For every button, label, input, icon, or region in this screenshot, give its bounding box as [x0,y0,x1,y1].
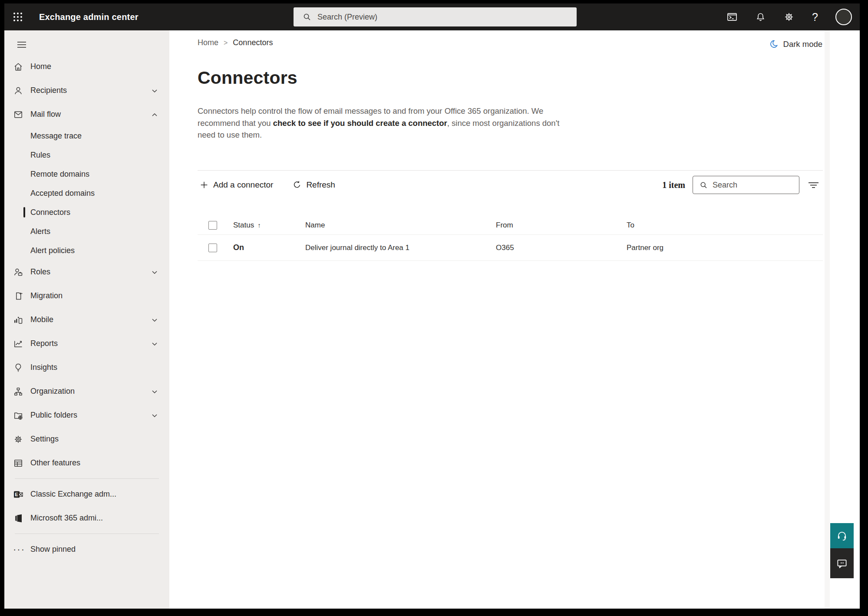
sidebar-item-label: Organization [30,387,150,396]
chevron-down-icon [150,387,159,396]
sidebar-item-label: Mail flow [30,110,150,119]
sidebar-item-label: Alert policies [30,246,169,255]
connector-to: Partner org [627,244,823,252]
breadcrumb-separator: > [224,39,228,47]
sidebar-item-label: Other features [30,458,159,468]
ellipsis-icon: ··· [13,547,23,552]
refresh-label: Refresh [306,180,335,190]
app-launcher-icon [13,13,22,21]
filter-button[interactable] [807,180,820,191]
sidebar-item-label: Recipients [30,86,150,95]
page-title: Connectors [198,68,297,88]
envelope-icon [13,109,23,120]
nav-list: Home Recipients Mail flow [4,55,169,561]
mobile-stats-icon [13,315,23,325]
sidebar-item-mobile[interactable]: Mobile [4,308,169,332]
sidebar-item-migration[interactable]: Migration [4,284,169,308]
sidebar-item-rules[interactable]: Rules [4,145,169,165]
sidebar-item-organization[interactable]: Organization [4,379,169,403]
moon-icon [769,39,779,49]
sidebar-item-label: Microsoft 365 admi... [30,514,159,523]
support-button[interactable] [830,523,854,548]
sidebar-item-insights[interactable]: Insights [4,356,169,379]
sidebar-divider [15,478,159,479]
table-row[interactable]: On Deliver journal directly to Area 1 O3… [198,235,823,261]
home-icon [13,62,23,72]
select-all-checkbox[interactable] [208,221,217,230]
toolbar-divider [198,170,823,171]
powershell-button[interactable] [726,11,738,23]
sidebar-item-label: Migration [30,291,159,300]
sidebar-item-classic-exchange-admin[interactable]: E Classic Exchange adm... [4,482,169,506]
chevron-down-icon [150,411,159,420]
folder-globe-icon [13,410,23,421]
column-header-label: Status [233,221,254,230]
bell-icon [755,12,766,23]
app-title: Exchange admin center [39,12,139,22]
table-header-row: Status ↑ Name From To [198,216,823,235]
sidebar-item-show-pinned[interactable]: ··· Show pinned [4,537,169,561]
refresh-button[interactable]: Refresh [290,178,337,192]
topbar-search[interactable] [294,7,577,26]
nav-collapse-button[interactable] [13,37,30,53]
search-icon [699,181,708,190]
breadcrumb-current: Connectors [233,38,273,47]
list-search-input[interactable] [713,181,799,190]
microsoft-365-logo-icon [13,513,23,524]
org-chart-icon [13,386,23,397]
gear-icon [783,11,795,23]
sidebar-divider [15,534,159,534]
refresh-icon [292,180,302,190]
add-connector-label: Add a connector [213,180,273,190]
sidebar-item-label: Connectors [30,208,169,217]
add-connector-button[interactable]: Add a connector [198,178,275,192]
help-button[interactable]: ? [812,11,818,23]
sidebar-item-accepted-domains[interactable]: Accepted domains [4,184,169,203]
sidebar-item-label: Classic Exchange adm... [30,490,159,499]
sidebar-item-recipients[interactable]: Recipients [4,79,169,102]
sidebar-item-public-folders[interactable]: Public folders [4,403,169,427]
sidebar-item-microsoft-365-admin[interactable]: Microsoft 365 admi... [4,506,169,530]
sidebar-item-message-trace[interactable]: Message trace [4,126,169,145]
scrollbar-track[interactable] [825,30,830,609]
sidebar-item-other-features[interactable]: Other features [4,451,169,475]
person-briefcase-icon [13,267,23,277]
gear-icon [13,434,23,445]
sidebar: Home Recipients Mail flow [4,30,169,609]
dark-mode-toggle[interactable]: Dark mode [769,39,822,49]
chevron-down-icon [150,86,159,95]
sidebar-item-connectors[interactable]: Connectors [4,203,169,222]
feedback-button[interactable] [830,548,854,578]
sidebar-item-reports[interactable]: Reports [4,332,169,356]
column-header-from[interactable]: From [496,221,627,230]
settings-button[interactable] [783,11,795,23]
notifications-button[interactable] [755,12,766,23]
sidebar-item-label: Insights [30,363,159,372]
sidebar-item-roles[interactable]: Roles [4,260,169,284]
sidebar-item-home[interactable]: Home [4,55,169,79]
column-header-status[interactable]: Status ↑ [233,221,305,230]
speech-bubble-icon [836,557,848,570]
sidebar-item-alert-policies[interactable]: Alert policies [4,241,169,260]
list-search[interactable] [693,176,799,194]
row-checkbox[interactable] [208,244,217,252]
sidebar-item-alerts[interactable]: Alerts [4,222,169,241]
column-header-name[interactable]: Name [305,221,496,230]
sidebar-item-settings[interactable]: Settings [4,427,169,451]
sidebar-item-label: Show pinned [30,545,159,554]
classic-exchange-logo-icon: E [13,489,23,500]
sidebar-item-label: Reports [30,339,150,348]
sidebar-item-remote-domains[interactable]: Remote domains [4,165,169,184]
breadcrumb-home-link[interactable]: Home [198,38,218,47]
account-button[interactable] [835,9,852,25]
sidebar-item-mail-flow[interactable]: Mail flow [4,102,169,126]
avatar [835,9,852,25]
app-launcher-button[interactable] [4,3,31,30]
sidebar-item-label: Remote domains [30,170,169,179]
topbar-search-input[interactable] [317,13,577,22]
column-header-to[interactable]: To [627,221,823,230]
connector-name-link[interactable]: Deliver journal directly to Area 1 [305,244,496,252]
chevron-down-icon [150,339,159,348]
table-grid-icon [13,458,23,468]
create-connector-link[interactable]: check to see if you should create a conn… [273,119,447,128]
